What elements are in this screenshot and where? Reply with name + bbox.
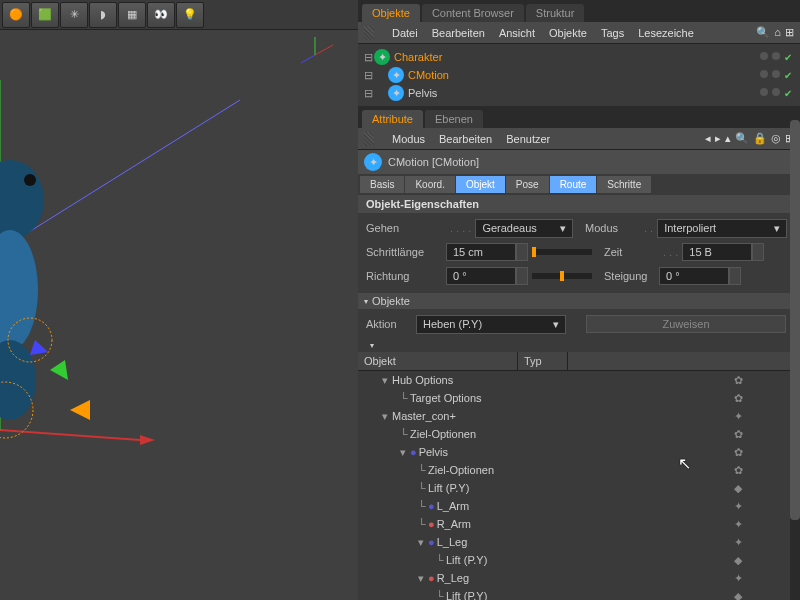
menu-modus[interactable]: Modus (392, 133, 425, 145)
obj-row[interactable]: ▾●L_Leg✦ (358, 533, 800, 551)
sub-tab-koord.[interactable]: Koord. (405, 176, 454, 193)
menu-objekte[interactable]: Objekte (549, 27, 587, 39)
tool-bevel-icon[interactable]: ◗ (89, 2, 117, 28)
nav-fwd-icon[interactable]: ▸ (715, 132, 721, 145)
sub-tab-schritte[interactable]: Schritte (597, 176, 651, 193)
target-icon[interactable]: ◎ (771, 132, 781, 145)
spinner[interactable] (752, 243, 764, 261)
props-area: Gehen. . . . Geradeaus▾ Modus. . Interpo… (358, 213, 800, 293)
objekte-collapse[interactable]: ▾ Objekte (358, 293, 800, 309)
label-schrittlange: Schrittlänge (366, 246, 446, 258)
panel-icons: 🔍 ⌂ ⊞ (756, 26, 794, 39)
obj-row[interactable]: └●L_Arm✦ (358, 497, 800, 515)
tab-objekte[interactable]: Objekte (362, 4, 420, 22)
cmotion-icon: ✦ (364, 153, 382, 171)
input-richtung[interactable]: 0 ° (446, 267, 516, 285)
nav-back-icon[interactable]: ◂ (705, 132, 711, 145)
lock-icon[interactable]: 🔒 (753, 132, 767, 145)
right-panel: Objekte Content Browser Struktur Datei B… (358, 0, 800, 600)
obj-table-head: Objekt Typ (358, 352, 800, 371)
obj-row[interactable]: ▾Master_con+✦ (358, 407, 800, 425)
input-schrittlange[interactable]: 15 cm (446, 243, 516, 261)
svg-line-15 (301, 55, 315, 63)
nav-up-icon[interactable]: ▴ (725, 132, 731, 145)
dropdown-aktion[interactable]: Heben (P.Y)▾ (416, 315, 566, 334)
attr-title-bar: ✦ CMotion [CMotion] (358, 150, 800, 174)
triangle-down-icon: ▾ (364, 297, 368, 306)
svg-point-6 (0, 340, 36, 420)
objects-tree[interactable]: ⊟✦Charakter✔⊟✦CMotion✔⊟✦Pelvis✔ (358, 44, 800, 106)
tree-row[interactable]: ⊟✦Pelvis✔ (358, 84, 800, 102)
slider-richtung[interactable] (532, 273, 592, 279)
svg-marker-10 (70, 400, 90, 420)
obj-row[interactable]: └Lift (P.Y)◆ (358, 587, 800, 600)
menu-lesezeichen[interactable]: Lesezeiche (638, 27, 694, 39)
tab-attribute[interactable]: Attribute (362, 110, 423, 128)
dropdown-gehen[interactable]: Geradeaus▾ (475, 219, 573, 238)
sub-tab-route[interactable]: Route (550, 176, 597, 193)
tree-row[interactable]: ⊟✦Charakter✔ (358, 48, 800, 66)
obj-table[interactable]: ▾ Objekt Typ ▾Hub Options✿└Target Option… (358, 339, 800, 600)
tool-light-icon[interactable]: 💡 (176, 2, 204, 28)
obj-row[interactable]: └Ziel-Optionen✿ (358, 461, 800, 479)
attr-panel-icons: ◂ ▸ ▴ 🔍 🔒 ◎ ⊞ (705, 132, 794, 145)
spinner[interactable] (516, 267, 528, 285)
section-obj-props: Objekt-Eigenschaften (358, 195, 800, 213)
aktion-row: Aktion Heben (P.Y)▾ Zuweisen (358, 309, 800, 339)
objects-tabs: Objekte Content Browser Struktur (358, 0, 800, 22)
scrollbar[interactable] (790, 120, 800, 600)
svg-point-5 (0, 230, 38, 350)
menu-datei[interactable]: Datei (392, 27, 418, 39)
tree-row[interactable]: ⊟✦CMotion✔ (358, 66, 800, 84)
spinner[interactable] (516, 243, 528, 261)
spinner[interactable] (729, 267, 741, 285)
menu-bearbeiten2[interactable]: Bearbeiten (439, 133, 492, 145)
search-icon[interactable]: 🔍 (735, 132, 749, 145)
input-steigung[interactable]: 0 ° (659, 267, 729, 285)
menu-benutzer[interactable]: Benutzer (506, 133, 550, 145)
label-zeit: Zeit (604, 246, 659, 258)
obj-row[interactable]: ▾●Pelvis✿ (358, 443, 800, 461)
sub-tab-pose[interactable]: Pose (506, 176, 549, 193)
tool-grid-icon[interactable]: ▦ (118, 2, 146, 28)
viewport-3d[interactable] (0, 30, 358, 600)
dropdown-modus[interactable]: Interpoliert▾ (657, 219, 787, 238)
sub-tab-objekt[interactable]: Objekt (456, 176, 505, 193)
obj-row[interactable]: └Lift (P.Y)◆ (358, 479, 800, 497)
sub-tab-basis[interactable]: Basis (360, 176, 404, 193)
grip-icon[interactable] (364, 26, 374, 40)
menu-icon[interactable]: ⊞ (785, 26, 794, 39)
obj-row[interactable]: └●R_Arm✦ (358, 515, 800, 533)
tool-snake-icon[interactable]: 🟠 (2, 2, 30, 28)
menu-tags[interactable]: Tags (601, 27, 624, 39)
chevron-down-icon: ▾ (553, 318, 559, 331)
attr-title: CMotion [CMotion] (388, 156, 479, 168)
obj-row[interactable]: └Lift (P.Y)◆ (358, 551, 800, 569)
slider-schrittlange[interactable] (532, 249, 592, 255)
obj-row[interactable]: ▾Hub Options✿ (358, 371, 800, 389)
tool-flower-icon[interactable]: ✳ (60, 2, 88, 28)
label-steigung: Steigung (604, 270, 659, 282)
menu-bearbeiten[interactable]: Bearbeiten (432, 27, 485, 39)
tab-ebenen[interactable]: Ebenen (425, 110, 483, 128)
input-zeit[interactable]: 15 B (682, 243, 752, 261)
tab-content-browser[interactable]: Content Browser (422, 4, 524, 22)
tool-cube-icon[interactable]: 🟩 (31, 2, 59, 28)
label-aktion: Aktion (366, 318, 416, 330)
chevron-down-icon: ▾ (774, 222, 780, 235)
search-icon[interactable]: 🔍 (756, 26, 770, 39)
obj-row[interactable]: └Target Options✿ (358, 389, 800, 407)
home-icon[interactable]: ⌂ (774, 26, 781, 39)
zuweisen-button[interactable]: Zuweisen (586, 315, 786, 333)
tab-struktur[interactable]: Struktur (526, 4, 585, 22)
grip-icon[interactable] (364, 132, 374, 146)
svg-point-4 (0, 160, 44, 240)
col-objekt: Objekt (358, 352, 518, 370)
menu-ansicht[interactable]: Ansicht (499, 27, 535, 39)
col-typ: Typ (518, 352, 568, 370)
obj-row[interactable]: └Ziel-Optionen✿ (358, 425, 800, 443)
tool-camera-icon[interactable]: 👀 (147, 2, 175, 28)
obj-row[interactable]: ▾●R_Leg✦ (358, 569, 800, 587)
label-richtung: Richtung (366, 270, 446, 282)
svg-marker-11 (50, 360, 68, 380)
